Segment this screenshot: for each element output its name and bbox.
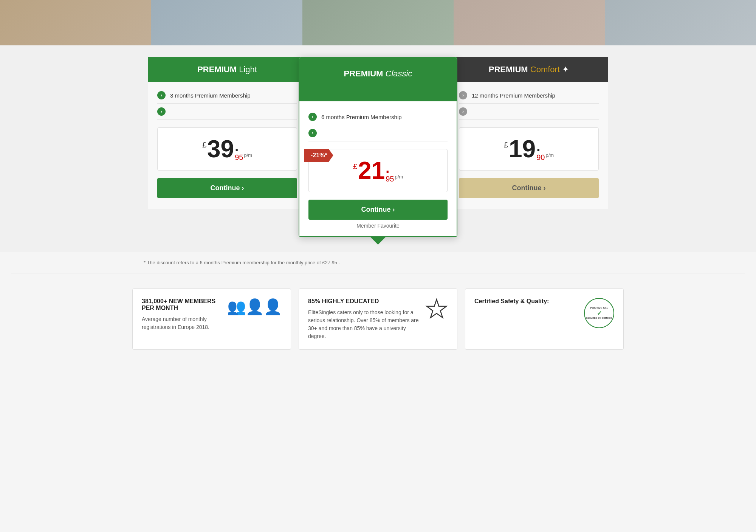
plan-light-feature2-row: › (157, 107, 297, 120)
plan-light-membership-icon: › (157, 91, 166, 99)
plan-classic-title-bold: PREMIUM (344, 69, 383, 78)
hero-photo-5 (605, 0, 756, 45)
stat-safety-title: Certified Safety & Quality: (474, 298, 578, 305)
plan-classic-membership-icon: › (308, 113, 317, 121)
plan-comfort-title-bold: PREMIUM (489, 65, 528, 74)
plan-comfort-dot: . (536, 140, 540, 154)
plan-classic-currency: £ (353, 162, 357, 171)
stat-members-card: 381,000+ NEW MEMBERS PER MONTH Average n… (132, 288, 291, 350)
plan-comfort-membership-row: › 12 months Premium Membership (459, 91, 599, 104)
stat-educated-title: 85% HIGHLY EDUCATED (308, 298, 419, 305)
plan-light-decimal: . 95 (235, 140, 243, 161)
plan-classic-price-box-wrapper: -21%* £ 21 . 95 p/m (308, 149, 448, 192)
plan-comfort-membership-icon: › (459, 91, 467, 99)
plan-light-membership-row: › 3 months Premium Membership (157, 91, 297, 104)
plan-light-body: › 3 months Premium Membership › £ 39 . 9… (148, 82, 306, 209)
people-icon: 👥👤👤 (227, 298, 282, 316)
plan-classic-membership-row: › 6 months Premium Membership (308, 113, 448, 125)
hero-photo-4 (454, 0, 605, 45)
stat-educated-icon (425, 298, 448, 321)
plan-light-pm: p/m (244, 152, 252, 158)
plan-comfort-header: PREMIUM Comfort ✦ (450, 57, 608, 82)
stat-safety-card: Certified Safety & Quality: POSITIVE SSL… (465, 288, 624, 350)
plan-comfort-feature2-icon: › (459, 107, 467, 116)
plan-light-header: PREMIUM Light (148, 57, 306, 82)
stat-members-content: 381,000+ NEW MEMBERS PER MONTH Average n… (142, 298, 221, 331)
plan-classic: PREMIUM Classic › 6 months Premium Membe… (299, 57, 457, 237)
plan-classic-title-italic: Classic (386, 69, 412, 78)
plan-light-price-box: £ 39 . 95 p/m (157, 127, 297, 171)
plan-light-continue-button[interactable]: Continue › (157, 178, 297, 198)
plan-comfort: PREMIUM Comfort ✦ › 12 months Premium Me… (449, 57, 608, 209)
plan-light-cents: 95 (235, 154, 243, 161)
plan-comfort-title-gold: Comfort (530, 65, 560, 74)
plan-classic-header: PREMIUM Classic (299, 57, 457, 101)
plan-light-feature2-icon: › (157, 107, 166, 116)
section-divider (11, 273, 745, 273)
member-favourite-label: Member Favourite (308, 223, 448, 229)
plan-light-title-bold: PREMIUM (197, 65, 237, 74)
plan-comfort-decimal: . 90 (536, 140, 545, 161)
plan-classic-cents: 95 (386, 175, 394, 183)
plan-light-dot: . (235, 140, 239, 154)
stat-educated-card: 85% HIGHLY EDUCATED EliteSingles caters … (299, 288, 457, 350)
stats-section: 381,000+ NEW MEMBERS PER MONTH Average n… (113, 277, 643, 361)
classic-chevron (370, 236, 386, 245)
stat-educated-desc: EliteSingles caters only to those lookin… (308, 309, 419, 340)
ssl-logo: ✓ (597, 310, 602, 317)
plan-light: PREMIUM Light › 3 months Premium Members… (148, 57, 307, 209)
plan-comfort-feature2-row: › (459, 107, 599, 120)
plan-classic-decimal: . 95 (386, 161, 394, 183)
plan-light-price-display: £ 39 . 95 p/m (165, 137, 289, 161)
plan-classic-continue-button[interactable]: Continue › (308, 200, 448, 220)
plan-comfort-currency: £ (504, 141, 508, 149)
pricing-section: PREMIUM Light › 3 months Premium Members… (0, 45, 756, 252)
stat-members-icon: 👥👤👤 (227, 298, 282, 316)
plan-light-title-light: Light (239, 65, 257, 74)
plan-comfort-cents: 90 (536, 154, 545, 161)
plan-comfort-continue-button[interactable]: Continue › (459, 178, 599, 198)
hero-photo-3 (302, 0, 454, 45)
plan-light-membership-text: 3 months Premium Membership (170, 92, 251, 99)
ssl-bottom-text: SECURED BY COMODO (586, 317, 612, 320)
plan-comfort-price-display: £ 19 . 90 p/m (467, 137, 591, 161)
plan-classic-membership-text: 6 months Premium Membership (321, 114, 402, 120)
stat-safety-icon: POSITIVE SSL ✓ SECURED BY COMODO (584, 298, 614, 328)
disclaimer-text: * The discount refers to a 6 months Prem… (132, 260, 624, 265)
plan-cards-wrapper: PREMIUM Light › 3 months Premium Members… (132, 45, 624, 237)
plan-light-price-main: 39 (207, 137, 234, 161)
discount-badge: -21%* (304, 149, 333, 162)
star-icon (425, 298, 448, 321)
hero-photo-2 (151, 0, 302, 45)
disclaimer-content: * The discount refers to a 6 months Prem… (144, 260, 340, 265)
plan-comfort-pm: p/m (545, 152, 554, 158)
ssl-badge: POSITIVE SSL ✓ SECURED BY COMODO (584, 298, 614, 328)
plan-classic-pm: p/m (395, 174, 403, 180)
plan-classic-price-main: 21 (358, 158, 385, 183)
stat-members-desc: Average number of monthly registrations … (142, 315, 221, 331)
stat-members-title: 381,000+ NEW MEMBERS PER MONTH (142, 298, 221, 312)
svg-marker-0 (427, 299, 446, 318)
ssl-top-text: POSITIVE SSL (590, 306, 608, 310)
plan-comfort-membership-text: 12 months Premium Membership (472, 92, 555, 99)
plan-classic-feature2-row: › (308, 129, 448, 141)
plan-comfort-body: › 12 months Premium Membership › £ 19 . … (450, 82, 608, 209)
plan-classic-price-display: £ 21 . 95 p/m (316, 158, 440, 183)
stat-educated-content: 85% HIGHLY EDUCATED EliteSingles caters … (308, 298, 419, 340)
plan-classic-feature2-icon: › (308, 129, 317, 137)
plan-classic-dot: . (386, 161, 389, 175)
hero-photo-1 (0, 0, 151, 45)
hero-background (0, 0, 756, 45)
plan-comfort-price-box: £ 19 . 90 p/m (459, 127, 599, 171)
plan-classic-body: › 6 months Premium Membership › -21%* £ … (299, 101, 457, 236)
plan-comfort-price-main: 19 (509, 137, 536, 161)
stat-safety-content: Certified Safety & Quality: (474, 298, 578, 309)
plan-comfort-star: ✦ (562, 65, 569, 74)
plan-light-currency: £ (202, 141, 206, 149)
